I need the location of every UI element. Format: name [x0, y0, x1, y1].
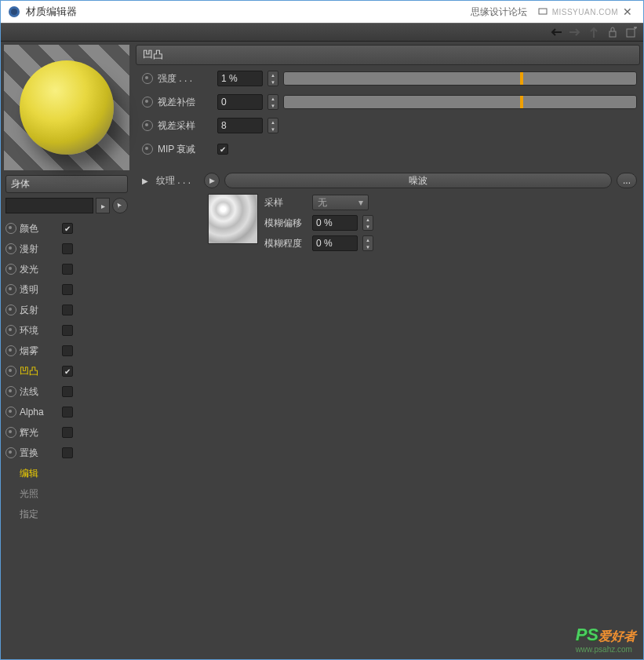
texture-row: ▶ 纹理 . . . ▶ 噪波 ... — [136, 170, 640, 191]
titlebar[interactable]: 材质编辑器 思缘设计论坛 MISSYUAN.COM ✕ — [1, 1, 643, 23]
app-icon — [7, 5, 21, 19]
checkbox[interactable] — [62, 447, 73, 458]
nav-back-icon[interactable] — [549, 25, 563, 39]
search-input[interactable] — [5, 198, 93, 213]
checkbox[interactable] — [62, 243, 73, 254]
panel-title: 凹凸 — [136, 45, 640, 65]
main-panel: 凹凸 强度 . . . ▲▼ 视差补偿 ▲▼ 视差采样 ▲▼ — [133, 42, 643, 659]
checkbox[interactable] — [62, 264, 73, 275]
channel-diffuse[interactable]: 漫射 — [5, 239, 128, 259]
minimize-button[interactable] — [533, 5, 552, 18]
sampling-dropdown[interactable]: 无▾ — [312, 195, 369, 210]
radio-icon — [5, 325, 16, 336]
texture-detail: 采样 无▾ 模糊偏移 ▲▼ 模糊程度 ▲▼ — [136, 194, 640, 252]
window-title: 材质编辑器 — [26, 5, 77, 19]
material-name[interactable]: 身体 — [5, 175, 128, 193]
nav-fwd-icon[interactable] — [568, 25, 582, 39]
lock-icon[interactable] — [606, 25, 620, 39]
sub-assign[interactable]: 指定 — [5, 504, 128, 524]
search-dropdown-icon[interactable]: ▸ — [96, 198, 110, 213]
texture-thumbnail[interactable] — [208, 194, 258, 244]
checkbox[interactable] — [62, 427, 73, 438]
material-preview[interactable] — [4, 45, 129, 170]
radio-icon — [5, 447, 16, 458]
checkbox[interactable]: ✔ — [62, 366, 73, 377]
channel-glow[interactable]: 辉光 — [5, 422, 128, 443]
svg-rect-4 — [627, 29, 635, 37]
search-row: ▸ — [5, 198, 128, 213]
channel-fog[interactable]: 烟雾 — [5, 341, 128, 361]
svg-point-1 — [11, 9, 17, 15]
channel-luminance[interactable]: 发光 — [5, 259, 128, 279]
checkbox[interactable]: ✔ — [62, 223, 73, 234]
radio-icon — [5, 304, 16, 315]
spinner-icon[interactable]: ▲▼ — [362, 235, 373, 251]
texture-browse-button[interactable]: ... — [617, 173, 637, 188]
checkbox[interactable] — [62, 407, 73, 418]
radio-icon — [142, 73, 153, 84]
prop-parallax-offset: 视差补偿 ▲▼ — [136, 92, 640, 112]
blur-offset-input[interactable] — [312, 215, 358, 231]
prop-blur-offset: 模糊偏移 ▲▼ — [264, 214, 373, 232]
sub-light[interactable]: 光照 — [5, 483, 128, 504]
radio-icon — [142, 120, 153, 131]
expand-icon[interactable]: ▶ — [142, 177, 151, 185]
chevron-down-icon: ▾ — [358, 197, 363, 208]
spinner-icon[interactable]: ▲▼ — [267, 118, 278, 133]
picker-icon[interactable] — [112, 198, 128, 213]
parallax-offset-input[interactable] — [217, 94, 263, 110]
prop-sampling: 采样 无▾ — [264, 194, 373, 211]
sidebar: 身体 ▸ 颜色✔ 漫射 发光 透明 反射 环境 烟雾 凹凸✔ 法线 Alpha … — [1, 42, 133, 659]
texture-menu-icon[interactable]: ▶ — [204, 173, 220, 188]
preview-sphere — [20, 60, 114, 155]
channel-alpha[interactable]: Alpha — [5, 402, 128, 422]
radio-icon — [5, 407, 16, 418]
checkbox[interactable] — [62, 325, 73, 336]
parallax-offset-slider[interactable] — [283, 95, 637, 109]
radio-icon — [142, 97, 153, 108]
checkbox[interactable] — [62, 284, 73, 295]
radio-icon — [5, 284, 16, 295]
prop-blur-scale: 模糊程度 ▲▼ — [264, 235, 373, 252]
close-button[interactable]: ✕ — [618, 5, 637, 18]
strength-slider[interactable] — [283, 71, 637, 86]
spinner-icon[interactable]: ▲▼ — [362, 215, 373, 231]
corner-watermark: PS爱好者 www.psahz.com — [576, 625, 636, 654]
radio-icon — [5, 243, 16, 254]
prop-parallax-samples: 视差采样 ▲▼ — [136, 115, 640, 136]
channel-reflection[interactable]: 反射 — [5, 300, 128, 320]
svg-rect-2 — [539, 9, 547, 14]
mip-checkbox[interactable]: ✔ — [217, 144, 228, 155]
forum-text: 思缘设计论坛 — [471, 5, 527, 19]
radio-icon — [5, 223, 16, 234]
radio-icon — [5, 427, 16, 438]
toolbar — [1, 23, 643, 42]
texture-dropdown[interactable]: 噪波 — [224, 173, 612, 188]
prop-mip: MIP 衰减 ✔ — [136, 139, 640, 159]
spinner-icon[interactable]: ▲▼ — [267, 94, 278, 110]
blur-scale-input[interactable] — [312, 235, 358, 251]
checkbox[interactable] — [62, 304, 73, 315]
watermark-text: MISSYUAN.COM — [552, 8, 618, 16]
parallax-samples-input[interactable] — [217, 118, 263, 133]
strength-input[interactable] — [217, 71, 263, 86]
spinner-icon[interactable]: ▲▼ — [267, 71, 278, 86]
radio-icon — [142, 144, 153, 155]
editor-body: 身体 ▸ 颜色✔ 漫射 发光 透明 反射 环境 烟雾 凹凸✔ 法线 Alpha … — [1, 42, 643, 659]
channel-transparency[interactable]: 透明 — [5, 279, 128, 300]
channel-environment[interactable]: 环境 — [5, 320, 128, 341]
sub-edit[interactable]: 编辑 — [5, 463, 128, 483]
radio-icon — [5, 264, 16, 275]
radio-icon — [5, 386, 16, 397]
new-tab-icon[interactable] — [624, 25, 639, 39]
nav-up-icon[interactable] — [587, 25, 601, 39]
checkbox[interactable] — [62, 345, 73, 356]
checkbox[interactable] — [62, 386, 73, 397]
channel-normal[interactable]: 法线 — [5, 381, 128, 402]
radio-icon — [5, 366, 16, 377]
channel-displacement[interactable]: 置换 — [5, 443, 128, 463]
channel-color[interactable]: 颜色✔ — [5, 218, 128, 239]
channel-bump[interactable]: 凹凸✔ — [5, 361, 128, 381]
radio-icon — [5, 345, 16, 356]
prop-strength: 强度 . . . ▲▼ — [136, 68, 640, 89]
